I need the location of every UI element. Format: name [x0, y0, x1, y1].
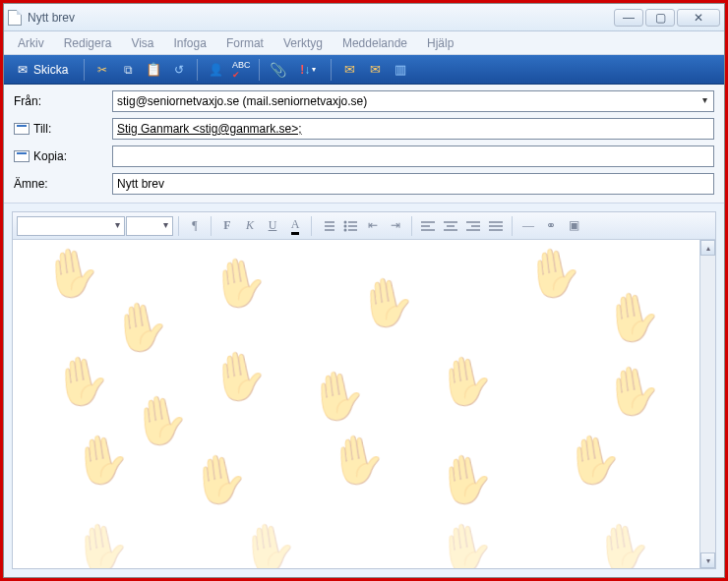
outdent-button[interactable]: ⇤ [362, 215, 384, 237]
window-title: Nytt brev [28, 11, 614, 25]
hand-icon: ✋ [39, 246, 104, 301]
bold-button[interactable]: F [216, 215, 238, 237]
priority-button[interactable]: !↓▾ [291, 58, 325, 82]
menu-arkiv[interactable]: Arkiv [10, 34, 52, 52]
copy-button[interactable]: ⧉ [116, 58, 140, 82]
undo-icon: ↺ [174, 63, 184, 77]
bullet-list-button[interactable] [339, 215, 361, 237]
hand-icon: ✋ [207, 256, 272, 311]
italic-button[interactable]: K [239, 215, 261, 237]
maximize-button[interactable]: ▢ [645, 9, 675, 27]
chevron-down-icon: ▾ [312, 65, 316, 74]
hand-icon: ✋ [521, 246, 586, 301]
send-label: Skicka [33, 63, 68, 77]
copy-icon: ⧉ [124, 63, 133, 77]
hand-icon: ✋ [590, 521, 655, 568]
minimize-button[interactable]: — [614, 9, 643, 27]
vertical-scrollbar[interactable]: ▴ ▾ [699, 240, 715, 568]
indent-button[interactable]: ⇥ [385, 215, 406, 237]
attach-button[interactable]: 📎 [266, 58, 289, 82]
svg-point-5 [344, 228, 347, 231]
cc-label-button[interactable]: Kopia: [14, 149, 102, 163]
menu-redigera[interactable]: Redigera [56, 34, 120, 52]
offline-button[interactable]: ▥ [389, 58, 412, 82]
hand-icon: ✋ [600, 364, 665, 419]
align-left-button[interactable] [417, 215, 439, 237]
subject-field[interactable]: Nytt brev [112, 173, 714, 195]
toolbar-separator [211, 216, 212, 236]
cut-icon: ✂ [97, 63, 107, 77]
window: Nytt brev — ▢ ✕ Arkiv Redigera Visa Info… [3, 3, 725, 578]
toolbar-separator [178, 216, 179, 236]
align-right-button[interactable] [462, 215, 484, 237]
main-toolbar: ✉ Skicka ✂ ⧉ 📋 ↺ 👤 ABC✔ 📎 !↓▾ ✉ ✉ ▥ [4, 55, 724, 85]
window-controls: — ▢ ✕ [614, 9, 720, 27]
align-right-icon [466, 220, 480, 232]
hand-icon: ✋ [108, 300, 173, 355]
align-center-button[interactable] [440, 215, 461, 237]
message-body[interactable]: ✋ ✋ ✋ ✋ ✋ ✋ ✋ ✋ ✋ ✋ ✋ ✋ ✋ ✋ ✋ ✋ ✋ ✋ ✋ ✋ [13, 240, 699, 568]
menu-infoga[interactable]: Infoga [166, 34, 214, 52]
scroll-down-button[interactable]: ▾ [700, 552, 715, 568]
send-button[interactable]: ✉ Skicka [8, 60, 78, 80]
spellcheck-button[interactable]: ABC✔ [229, 58, 253, 82]
align-justify-button[interactable] [485, 215, 507, 237]
font-family-select[interactable] [17, 216, 125, 236]
to-value: Stig Ganmark <stig@ganmark.se>; [117, 122, 302, 136]
from-field[interactable]: stig@seniornetvaxjo.se (mail.seniornetva… [112, 90, 714, 112]
check-names-button[interactable]: 👤 [204, 58, 227, 82]
insert-link-button[interactable]: ⚭ [540, 215, 562, 237]
attach-icon: 📎 [270, 62, 286, 78]
cc-field[interactable] [112, 145, 714, 167]
hand-icon: ✋ [325, 433, 390, 488]
hand-icon: ✋ [433, 521, 498, 568]
hand-icon: ✋ [69, 521, 134, 568]
hand-icon: ✋ [433, 452, 498, 507]
insert-image-button[interactable]: ▣ [563, 215, 584, 237]
cut-button[interactable]: ✂ [91, 58, 114, 82]
font-size-select[interactable] [126, 216, 173, 236]
sign-icon: ✉ [344, 62, 355, 77]
encrypt-button[interactable]: ✉ [363, 58, 387, 82]
paste-button[interactable]: 📋 [142, 58, 165, 82]
subject-value: Nytt brev [117, 177, 164, 191]
scroll-up-button[interactable]: ▴ [700, 240, 715, 256]
underline-button[interactable]: U [262, 215, 283, 237]
hand-icon: ✋ [561, 433, 626, 488]
address-book-icon [14, 123, 30, 135]
horizontal-rule-button[interactable]: — [517, 215, 539, 237]
bullist-icon [343, 220, 357, 232]
menu-hjalp[interactable]: Hjälp [419, 34, 461, 52]
close-button[interactable]: ✕ [677, 9, 720, 27]
to-label-button[interactable]: Till: [14, 122, 102, 136]
font-color-button[interactable]: A [284, 215, 306, 237]
menu-verktyg[interactable]: Verktyg [275, 34, 331, 52]
toolbar-separator [411, 216, 412, 236]
hand-icon: ✋ [207, 349, 272, 404]
toolbar-separator [84, 59, 85, 81]
hand-icon: ✋ [49, 354, 114, 409]
svg-point-4 [344, 224, 347, 227]
menu-format[interactable]: Format [218, 34, 272, 52]
toolbar-separator [512, 216, 513, 236]
undo-button[interactable]: ↺ [167, 58, 191, 82]
menu-meddelande[interactable]: Meddelande [334, 34, 415, 52]
hand-icon: ✋ [305, 369, 370, 424]
to-field[interactable]: Stig Ganmark <stig@ganmark.se>; [112, 118, 714, 140]
editor: ¶ F K U A ⇤ ⇥ — ⚭ ▣ ✋ ✋ ✋ [12, 211, 716, 569]
format-toolbar: ¶ F K U A ⇤ ⇥ — ⚭ ▣ [13, 212, 715, 240]
hand-icon: ✋ [600, 290, 665, 345]
menu-visa[interactable]: Visa [123, 34, 161, 52]
align-left-icon [421, 220, 435, 232]
from-value: stig@seniornetvaxjo.se (mail.seniornetva… [117, 94, 367, 108]
align-center-icon [444, 220, 457, 232]
sign-button[interactable]: ✉ [337, 58, 361, 82]
toolbar-separator [197, 59, 198, 81]
align-justify-icon [489, 220, 503, 232]
offline-icon: ▥ [394, 62, 406, 77]
paragraph-style-button[interactable]: ¶ [184, 215, 206, 237]
numbered-list-button[interactable] [317, 215, 338, 237]
toolbar-separator [311, 216, 312, 236]
toolbar-separator [259, 59, 260, 81]
hand-icon: ✋ [236, 521, 301, 568]
